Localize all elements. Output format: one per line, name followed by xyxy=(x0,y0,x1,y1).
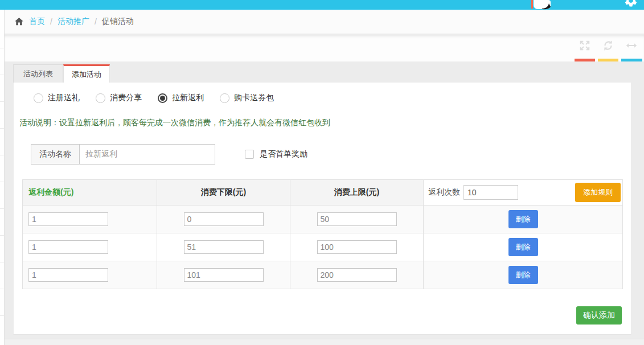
footer-strip xyxy=(5,339,644,345)
header-actions-cell: 返利次数 添加规则 xyxy=(424,180,623,206)
breadcrumb-current-page: 促销活动 xyxy=(102,17,134,27)
sidebar-collapsed-edge xyxy=(0,10,5,345)
radio-label: 购卡送券包 xyxy=(234,93,274,103)
lower-limit-input[interactable] xyxy=(184,212,264,226)
lower-limit-input[interactable] xyxy=(184,240,264,254)
table-header-row: 返利金额(元) 消费下限(元) 消费上限(元) 返利次数 添加规则 xyxy=(23,180,623,206)
delete-rule-button[interactable]: 删除 xyxy=(508,266,538,284)
header-lower-limit: 消费下限(元) xyxy=(157,180,290,206)
radio-label: 注册送礼 xyxy=(48,93,80,103)
radio-buy-card-coupon[interactable]: 购卡送券包 xyxy=(220,93,274,103)
radio-icon-selected xyxy=(158,93,167,103)
promotion-card: 活动列表 添加活动 注册送礼 消费分享 拉新返利 购卡送券包 活动说明：设置拉 xyxy=(13,64,631,335)
chat-bubble-icon[interactable] xyxy=(531,0,551,10)
tab-bar: 活动列表 添加活动 xyxy=(13,64,631,83)
panel-toolbar xyxy=(5,35,644,61)
fullscreen-expand-icon[interactable] xyxy=(579,39,591,52)
rebate-times-label: 返利次数 xyxy=(428,187,460,198)
delete-rule-button[interactable]: 删除 xyxy=(508,210,538,228)
radio-label: 消费分享 xyxy=(110,93,142,103)
activity-name-row: 活动名称 是否首单奖励 xyxy=(31,144,307,165)
home-icon[interactable] xyxy=(14,17,24,26)
radio-new-user-rebate[interactable]: 拉新返利 xyxy=(158,93,204,103)
rebate-amount-input[interactable] xyxy=(28,268,108,282)
rebate-amount-input[interactable] xyxy=(28,240,108,254)
radio-icon xyxy=(34,93,43,103)
table-row: 删除 xyxy=(23,206,623,233)
activity-description: 活动说明：设置拉新返利后，顾客每完成一次微信消费，作为推荐人就会有微信红包收到 xyxy=(19,118,330,128)
underline-bar-cyan xyxy=(621,59,642,61)
add-rule-button[interactable]: 添加规则 xyxy=(575,183,621,202)
underline-bar-red xyxy=(575,59,595,61)
activity-name-group: 活动名称 xyxy=(31,144,215,165)
upper-limit-input[interactable] xyxy=(317,212,397,226)
header-upper-limit: 消费上限(元) xyxy=(290,180,424,206)
add-activity-panel: 注册送礼 消费分享 拉新返利 购卡送券包 活动说明：设置拉新返利后，顾客每完成一… xyxy=(13,83,631,335)
rebate-times-input[interactable] xyxy=(463,185,518,200)
radio-consume-share[interactable]: 消费分享 xyxy=(96,93,142,103)
table-row: 删除 xyxy=(23,261,623,289)
breadcrumb-separator: / xyxy=(50,17,52,26)
underline-bar-yellow xyxy=(598,59,618,61)
breadcrumb: 首页 / 活动推广 / 促销活动 xyxy=(5,10,644,34)
first-order-reward-option[interactable]: 是否首单奖励 xyxy=(245,149,307,159)
tab-activity-list[interactable]: 活动列表 xyxy=(13,64,63,83)
resize-horizontal-icon[interactable] xyxy=(625,39,638,52)
confirm-add-button[interactable]: 确认添加 xyxy=(576,306,622,325)
activity-name-input[interactable] xyxy=(80,144,215,165)
table-row: 删除 xyxy=(23,233,623,261)
rebate-amount-input[interactable] xyxy=(28,212,108,226)
delete-rule-button[interactable]: 删除 xyxy=(508,238,538,256)
breadcrumb-link-activity-promotion[interactable]: 活动推广 xyxy=(58,17,89,27)
radio-icon xyxy=(220,93,229,103)
checkbox-icon xyxy=(245,150,254,159)
gear-icon[interactable] xyxy=(624,0,638,8)
tab-add-activity[interactable]: 添加活动 xyxy=(63,64,110,83)
activity-name-label: 活动名称 xyxy=(31,144,80,165)
top-navbar xyxy=(0,0,644,10)
activity-type-radio-group: 注册送礼 消费分享 拉新返利 购卡送券包 xyxy=(34,93,274,103)
radio-icon xyxy=(96,93,105,103)
checkbox-label: 是否首单奖励 xyxy=(260,149,307,159)
breadcrumb-link-home[interactable]: 首页 xyxy=(29,17,45,27)
refresh-icon[interactable] xyxy=(602,39,614,52)
rebate-rules-table: 返利金额(元) 消费下限(元) 消费上限(元) 返利次数 添加规则 xyxy=(22,179,623,289)
lower-limit-input[interactable] xyxy=(184,268,264,282)
upper-limit-input[interactable] xyxy=(317,240,397,254)
radio-register-gift[interactable]: 注册送礼 xyxy=(34,93,80,103)
breadcrumb-separator: / xyxy=(95,17,97,26)
header-rebate-amount: 返利金额(元) xyxy=(23,180,157,206)
upper-limit-input[interactable] xyxy=(317,268,397,282)
radio-label: 拉新返利 xyxy=(172,93,204,103)
